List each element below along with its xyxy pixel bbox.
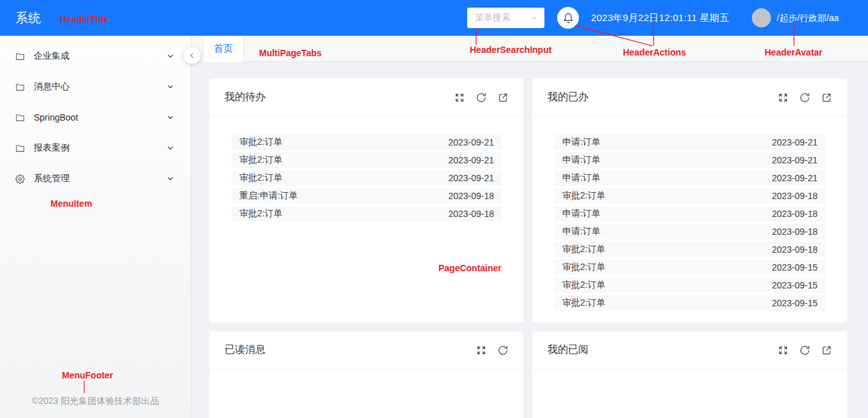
expand-icon[interactable] <box>778 345 788 355</box>
list-item-label: 申请:订单 <box>562 172 601 184</box>
list-item-date: 2023-09-15 <box>772 262 818 272</box>
folder-icon <box>15 113 26 123</box>
list-item[interactable]: 申请:订单2023-09-21 <box>555 170 825 186</box>
card-read-messages: 已读消息 <box>209 331 523 418</box>
card-header: 我的待办 <box>209 78 523 117</box>
list-item[interactable]: 审批2:订单2023-09-21 <box>232 153 502 168</box>
card-actions <box>454 93 508 103</box>
list-item[interactable]: 审批2:订单2023-09-21 <box>232 170 502 186</box>
notification-bell-button[interactable] <box>557 7 579 29</box>
folder-icon <box>15 52 26 61</box>
expand-icon[interactable] <box>778 93 788 103</box>
list-item[interactable]: 审批2:订单2023-09-15 <box>555 295 825 311</box>
list-item-date: 2023-09-21 <box>448 155 494 165</box>
card-my-reviewed: 我的已阅 <box>532 331 847 418</box>
list-item-date: 2023-09-21 <box>772 173 818 183</box>
sidebar-item-label: 企业集成 <box>34 50 167 62</box>
refresh-icon[interactable] <box>800 93 810 103</box>
todo-list: 审批2:订单2023-09-21审批2:订单2023-09-21审批2:订单20… <box>209 117 523 221</box>
gear-icon <box>15 174 26 184</box>
sidebar-item-label: SpringBoot <box>34 112 167 123</box>
list-item[interactable]: 申请:订单2023-09-18 <box>555 206 825 221</box>
list-item[interactable]: 审批2:订单2023-09-18 <box>232 206 502 221</box>
card-title: 我的已办 <box>548 91 588 104</box>
card-my-todo: 我的待办 审批2:订单2023-09-21审批2:订单2023-09-21审批2… <box>209 78 523 322</box>
menu-footer: ©2023 阳光集团体验技术部出品 <box>0 396 191 407</box>
list-item[interactable]: 申请:订单2023-09-21 <box>555 135 825 150</box>
multi-page-tabs: 首页 <box>191 36 868 62</box>
card-actions <box>476 345 508 355</box>
sidebar-item-label: 消息中心 <box>34 81 167 93</box>
list-item-label: 审批2:订单 <box>562 262 606 273</box>
list-item[interactable]: 申请:订单2023-09-18 <box>555 224 825 239</box>
sidebar-item-label: 报表案例 <box>34 142 167 154</box>
tab-home[interactable]: 首页 <box>203 36 244 62</box>
list-item[interactable]: 审批2:订单2023-09-18 <box>555 242 825 257</box>
header-datetime: 2023年9月22日12:01:11 星期五 <box>591 0 729 36</box>
avatar[interactable] <box>752 8 771 27</box>
list-item-label: 申请:订单 <box>562 154 601 166</box>
chevron-down-icon <box>167 114 174 121</box>
todo-list: 申请:订单2023-09-21申请:订单2023-09-21申请:订单2023-… <box>532 117 847 311</box>
expand-icon[interactable] <box>476 345 486 355</box>
card-actions <box>778 345 832 355</box>
sidebar-item[interactable]: 消息中心 <box>0 71 191 102</box>
list-item-label: 审批2:订单 <box>239 208 283 220</box>
card-title: 我的待办 <box>225 91 266 104</box>
list-item-date: 2023-09-18 <box>772 227 818 237</box>
list-item-date: 2023-09-18 <box>772 244 818 255</box>
card-header: 已读消息 <box>209 331 523 369</box>
refresh-icon[interactable] <box>498 345 508 355</box>
sidebar-item[interactable]: 企业集成 <box>0 41 191 71</box>
sidebar-item[interactable]: 报表案例 <box>0 133 191 163</box>
refresh-icon[interactable] <box>476 93 486 103</box>
menu-search-input[interactable]: 菜单搜索 <box>467 8 544 28</box>
chevron-down-icon <box>167 83 174 91</box>
list-item-date: 2023-09-15 <box>772 298 818 308</box>
chevron-left-icon <box>188 52 196 59</box>
list-item-label: 审批2:订单 <box>562 280 606 291</box>
sidebar-item-label: 系统管理 <box>34 173 167 184</box>
list-item-date: 2023-09-21 <box>772 155 818 165</box>
list-item[interactable]: 审批2:订单2023-09-15 <box>555 278 825 293</box>
select-chevron-icon <box>530 14 538 22</box>
header-title: 系统 <box>15 0 41 36</box>
card-header: 我的已办 <box>532 78 847 117</box>
search-placeholder: 菜单搜索 <box>475 12 511 24</box>
user-breadcrumb[interactable]: /起步/行政部/aa <box>777 0 839 36</box>
sidebar-item[interactable]: 系统管理 <box>0 163 191 194</box>
folder-icon <box>15 144 26 153</box>
list-item-date: 2023-09-21 <box>772 137 818 147</box>
list-item[interactable]: 审批2:订单2023-09-15 <box>555 260 825 275</box>
sidebar-collapse-button[interactable] <box>184 47 200 64</box>
header-bar: 系统 菜单搜索 2023年9月22日12:01:11 星期五 /起步/行政部/a… <box>0 0 868 36</box>
page-container: 首页 我的待办 审批2:订单2023-09-21审批2:订单2023-09-21… <box>191 36 868 418</box>
list-item-label: 申请:订单 <box>562 226 601 237</box>
card-actions <box>778 93 832 103</box>
list-item-label: 审批2:订单 <box>239 137 283 148</box>
sidebar: 企业集成消息中心SpringBoot报表案例系统管理 ©2023 阳光集团体验技… <box>0 36 191 418</box>
list-item-label: 审批2:订单 <box>562 244 606 255</box>
list-item-label: 审批2:订单 <box>239 172 283 184</box>
list-item[interactable]: 审批2:订单2023-09-18 <box>555 188 825 204</box>
external-link-icon[interactable] <box>498 93 508 103</box>
list-item-label: 申请:订单 <box>562 208 601 220</box>
card-header: 我的已阅 <box>532 331 847 369</box>
external-link-icon[interactable] <box>821 93 832 103</box>
expand-icon[interactable] <box>454 93 465 103</box>
refresh-icon[interactable] <box>800 345 810 355</box>
list-item-label: 审批2:订单 <box>239 154 283 166</box>
chevron-down-icon <box>167 52 174 60</box>
list-item[interactable]: 重启:申请:订单2023-09-18 <box>232 188 502 204</box>
list-item-label: 申请:订单 <box>562 137 601 148</box>
list-item-date: 2023-09-21 <box>448 137 494 147</box>
card-my-done: 我的已办 申请:订单2023-09-21申请:订单2023-09-21申请:订单… <box>532 78 847 322</box>
list-item-date: 2023-09-18 <box>772 209 818 219</box>
list-item[interactable]: 审批2:订单2023-09-21 <box>232 135 502 150</box>
list-item-label: 审批2:订单 <box>562 190 606 202</box>
sidebar-item[interactable]: SpringBoot <box>0 102 191 133</box>
external-link-icon[interactable] <box>821 345 832 355</box>
list-item-date: 2023-09-15 <box>772 280 818 290</box>
list-item[interactable]: 申请:订单2023-09-21 <box>555 153 825 168</box>
list-item-date: 2023-09-18 <box>448 209 494 219</box>
